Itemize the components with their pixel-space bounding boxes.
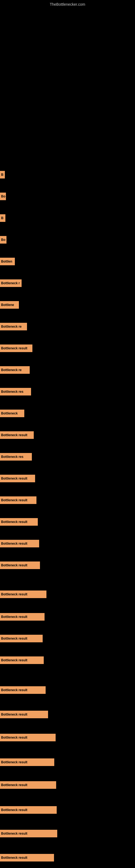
- bottleneck-result-bar: B: [0, 171, 5, 179]
- bottleneck-result-bar: Bottleneck result: [0, 475, 35, 482]
- bottleneck-result-bar: Bottleneck result: [0, 734, 56, 741]
- bottleneck-result-bar: Bottleneck result: [0, 496, 37, 504]
- bottleneck-result-bar: Bottleneck res: [0, 453, 32, 461]
- bottleneck-result-bar: Bottleneck result: [0, 518, 38, 526]
- bottleneck-result-bar: Bottleneck result: [0, 758, 54, 766]
- bottleneck-result-bar: Bottleneck result: [0, 540, 39, 547]
- site-title: TheBottlenecker.com: [50, 2, 85, 6]
- bottleneck-result-bar: Bottleneck re: [0, 323, 27, 330]
- bottleneck-result-bar: Bottlen: [0, 258, 15, 265]
- bottleneck-result-bar: Bottleneck result: [0, 561, 40, 569]
- bottleneck-result-bar: Bottleneck result: [0, 854, 54, 862]
- bottleneck-result-bar: Bottleneck result: [0, 431, 34, 439]
- bottleneck-result-bar: Bottleneck result: [0, 344, 32, 352]
- bottleneck-result-bar: Bottleneck res: [0, 388, 31, 396]
- bottleneck-result-bar: Bottleneck result: [0, 590, 46, 598]
- bottleneck-result-bar: Bottleneck r: [0, 279, 21, 287]
- bottleneck-result-bar: Bottleneck result: [0, 635, 43, 642]
- bottleneck-result-bar: Bottleneck result: [0, 781, 56, 789]
- bottleneck-result-bar: Bottleneck result: [0, 613, 45, 621]
- bottleneck-result-bar: Bottlene: [0, 301, 19, 309]
- bottleneck-result-bar: Bottleneck result: [0, 711, 48, 718]
- bottleneck-result-bar: Bottleneck: [0, 410, 24, 417]
- bottleneck-result-bar: Bottleneck result: [0, 656, 44, 664]
- bottleneck-result-bar: Bo: [0, 193, 6, 200]
- bottleneck-result-bar: Bottleneck result: [0, 830, 57, 837]
- bottleneck-result-bar: Bottleneck result: [0, 806, 57, 814]
- bottleneck-result-bar: Bottleneck result: [0, 686, 46, 694]
- bottleneck-result-bar: Bo: [0, 236, 6, 244]
- bottleneck-result-bar: B: [0, 214, 5, 222]
- bottleneck-result-bar: Bottleneck re: [0, 366, 30, 374]
